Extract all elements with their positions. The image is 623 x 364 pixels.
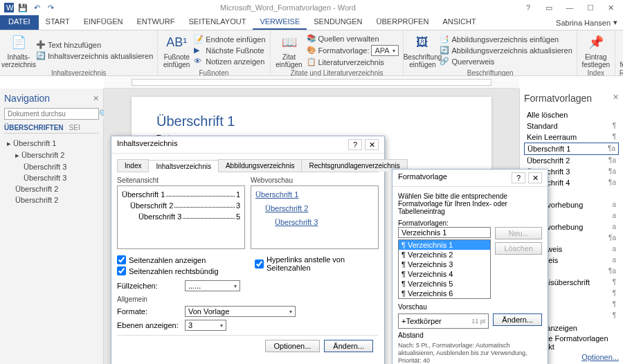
- tab-file[interactable]: DATEI: [0, 15, 39, 30]
- ribbon-toggle-icon[interactable]: ▭: [540, 1, 558, 14]
- selected-style: Verzeichnis 1: [398, 227, 491, 238]
- user-name[interactable]: Sabrina Hansen ▾: [550, 15, 623, 30]
- print-preview-label: Seitenansicht: [117, 176, 245, 184]
- ruler: [104, 76, 519, 89]
- nav-tree: ▸ Überschrift 1 ▸ Überschrift 2 Überschr…: [4, 138, 99, 206]
- help-icon[interactable]: ?: [512, 172, 525, 183]
- dialog-title: Inhaltsverzeichnis: [117, 139, 177, 150]
- modify-button[interactable]: Ändern...: [493, 313, 542, 326]
- styles-options-link[interactable]: Optionen...: [581, 353, 619, 361]
- save-icon[interactable]: 💾: [17, 1, 29, 14]
- toc-button[interactable]: 📄Inhalts- verzeichnis: [4, 33, 33, 69]
- caption-button[interactable]: 🖼Beschriftung einfügen: [408, 33, 437, 69]
- manage-sources-button[interactable]: 📚Quellen verwalten: [307, 34, 399, 44]
- web-preview-label: Webvorschau: [251, 176, 379, 184]
- endnote-button[interactable]: 📝Endnote einfügen: [194, 35, 265, 44]
- nav-item[interactable]: Überschrift 2: [4, 194, 99, 206]
- print-preview: Überschrift 11 Überschrift 23 Überschrif…: [117, 185, 245, 249]
- dlg-tab-index[interactable]: Index: [117, 159, 149, 172]
- style-row[interactable]: Überschrift 2¶a: [524, 155, 619, 166]
- toc-dialog: Inhaltsverzeichnis ? ✕ Index Inhaltsverz…: [111, 136, 385, 364]
- close-icon[interactable]: ✕: [528, 172, 542, 183]
- nav-close-icon[interactable]: ✕: [93, 94, 99, 103]
- levels-spinner[interactable]: 3▾: [185, 320, 226, 331]
- modify-button[interactable]: Ändern...: [324, 340, 373, 352]
- close-icon[interactable]: ✕: [365, 139, 379, 150]
- list-item[interactable]: ¶ Verzeichnis 1: [399, 240, 490, 250]
- undo-icon[interactable]: ↶: [30, 1, 43, 14]
- next-footnote-button[interactable]: ▶Nächste Fußnote: [194, 46, 265, 55]
- help-icon[interactable]: ?: [348, 139, 362, 150]
- style-row[interactable]: Standard¶: [524, 120, 619, 131]
- window-title: Microsoft_Word_Formatvorlagen - Word: [220, 3, 356, 12]
- nav-item[interactable]: Überschrift 2: [4, 183, 99, 194]
- redo-icon[interactable]: ↷: [44, 1, 57, 14]
- heading-1[interactable]: Überschrift 1: [156, 113, 467, 129]
- tab-seitenlayout[interactable]: SEITENLAYOUT: [181, 15, 253, 30]
- citation-style-combo[interactable]: 🎨Formatvorlage: APA▾: [307, 45, 399, 56]
- minimize-icon[interactable]: —: [561, 1, 579, 14]
- nav-tab-headings[interactable]: ÜBERSCHRIFTEN: [4, 124, 64, 131]
- show-notes-button[interactable]: 👁Notizen anzeigen: [194, 57, 265, 66]
- spacing-label: Abstand: [398, 331, 542, 339]
- list-item[interactable]: ¶ Verzeichnis 3: [399, 260, 490, 269]
- general-label: Allgemein: [117, 295, 379, 303]
- right-align-check[interactable]: [117, 266, 126, 275]
- group-index: Index: [581, 69, 611, 77]
- nav-item[interactable]: Überschrift 3: [4, 161, 99, 172]
- add-text-button[interactable]: ➕Text hinzufügen: [36, 40, 153, 50]
- style-dialog: Formatvorlage ? ✕ Wählen Sie bitte die e…: [392, 169, 548, 364]
- style-row[interactable]: Alle löschen: [524, 109, 619, 120]
- dlg-tab-toc[interactable]: Inhaltsverzeichnis: [148, 160, 218, 172]
- new-button[interactable]: Neu...: [495, 227, 542, 239]
- bibliography-button[interactable]: 📋Literaturverzeichnis: [307, 57, 399, 67]
- nav-item[interactable]: ▸ Überschrift 1: [4, 138, 99, 149]
- list-item[interactable]: ¶ Verzeichnis 4: [399, 269, 490, 279]
- help-icon[interactable]: ?: [519, 1, 537, 14]
- tab-verweise[interactable]: VERWEISE: [253, 15, 307, 30]
- maximize-icon[interactable]: ☐: [581, 1, 599, 14]
- styles-close-icon[interactable]: ✕: [613, 93, 619, 109]
- update-figures-button[interactable]: 🔄Abbildungsverzeichnis aktualisieren: [440, 46, 572, 55]
- nav-item[interactable]: ▸ Überschrift 2: [4, 149, 99, 161]
- style-row-selected[interactable]: Überschrift 1¶a: [524, 143, 619, 155]
- tab-entwurf[interactable]: ENTWURF: [129, 15, 181, 30]
- crossref-button[interactable]: 🔗Querverweis: [440, 57, 572, 66]
- nav-search[interactable]: 🔍: [4, 108, 99, 120]
- nav-item[interactable]: Überschrift 3: [4, 172, 99, 183]
- tab-ansicht[interactable]: ANSICHT: [435, 15, 482, 30]
- footnote-button[interactable]: AB¹Fußnote einfügen: [162, 33, 191, 69]
- formats-combo[interactable]: Von Vorlage▾: [185, 306, 296, 317]
- svg-text:W: W: [6, 3, 14, 12]
- nav-search-input[interactable]: [5, 109, 98, 119]
- citation-button[interactable]: 📖Zitat einfügen: [275, 33, 304, 69]
- style-row[interactable]: Kein Leerraum¶: [524, 131, 619, 143]
- tab-sendungen[interactable]: SENDUNGEN: [307, 15, 369, 30]
- list-item[interactable]: ¶ Verzeichnis 7: [399, 298, 490, 299]
- close-icon[interactable]: ✕: [602, 1, 620, 14]
- list-item[interactable]: ¶ Verzeichnis 2: [399, 250, 490, 260]
- insert-figures-button[interactable]: 📑Abbildungsverzeichnis einfügen: [440, 35, 572, 44]
- title-bar: W 💾 ↶ ↷ Microsoft_Word_Formatvorlagen - …: [0, 0, 623, 15]
- style-listbox[interactable]: ¶ Verzeichnis 1 ¶ Verzeichnis 2 ¶ Verzei…: [398, 239, 491, 299]
- mark-entry-button[interactable]: 📌Eintrag festlegen: [581, 33, 611, 69]
- mark-citation-button[interactable]: ⚖Zitat festlegen: [620, 33, 623, 69]
- options-button[interactable]: Optionen...: [265, 340, 320, 352]
- delete-button[interactable]: Löschen: [495, 242, 542, 255]
- tab-uberprufen[interactable]: ÜBERPRÜFEN: [370, 15, 436, 30]
- tab-einfugen[interactable]: EINFÜGEN: [77, 15, 130, 30]
- preview-box: +Textkörper11 pt: [398, 313, 489, 329]
- show-pagenum-check[interactable]: [117, 255, 126, 264]
- nav-tab-pages[interactable]: SEI: [69, 124, 80, 131]
- hyperlinks-check[interactable]: [255, 260, 264, 269]
- style-description: Nach: 5 Pt., Formatvorlage: Automatisch …: [398, 342, 542, 364]
- preview-label: Vorschau: [398, 303, 542, 311]
- list-item[interactable]: ¶ Verzeichnis 6: [399, 289, 490, 298]
- update-toc-button[interactable]: 🔄Inhaltsverzeichnis aktualisieren: [36, 51, 153, 61]
- web-preview: Überschrift 1 Überschrift 2 Überschrift …: [251, 185, 379, 249]
- tab-leader-combo[interactable]: ......▾: [185, 280, 240, 291]
- tab-start[interactable]: START: [39, 15, 77, 30]
- group-authorities: Rechtsgrundlagenverzeichnis: [620, 69, 623, 77]
- dlg-tab-figures[interactable]: Abbildungsverzeichnis: [218, 159, 303, 172]
- list-item[interactable]: ¶ Verzeichnis 5: [399, 279, 490, 289]
